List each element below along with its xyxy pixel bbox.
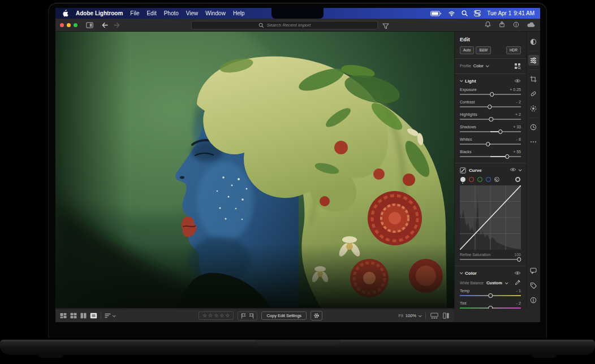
slider-knob[interactable] <box>498 129 503 134</box>
grid-view-toggle-icon[interactable] <box>86 22 93 28</box>
forward-arrow-icon[interactable] <box>113 22 120 28</box>
shadows-slider[interactable]: Shadows+ 33 <box>460 124 521 135</box>
wifi-icon[interactable] <box>448 11 455 16</box>
detail-view-icon[interactable] <box>90 311 97 321</box>
slider-track[interactable] <box>460 117 521 122</box>
before-after-icon[interactable] <box>443 311 450 321</box>
zoom-window-button[interactable] <box>74 23 77 27</box>
menu-window[interactable]: Window <box>205 10 226 16</box>
curve-channel-blue[interactable] <box>486 177 491 182</box>
color-visibility-eye-icon[interactable] <box>514 271 521 275</box>
info-icon[interactable] <box>528 294 539 305</box>
blacks-slider[interactable]: Blacks+ 55 <box>460 149 521 159</box>
grid-view-icon[interactable] <box>70 311 77 321</box>
curve-section-header[interactable]: Curve <box>460 167 521 174</box>
curve-visibility-eye-icon[interactable] <box>510 167 516 173</box>
chevron-down-icon[interactable] <box>519 168 522 171</box>
light-visibility-eye-icon[interactable] <box>514 79 521 83</box>
hdr-button[interactable]: HDR <box>506 46 521 54</box>
pick-flag-icon[interactable] <box>241 313 246 319</box>
auto-button[interactable]: Auto <box>460 46 474 54</box>
curve-targeted-adjust-icon[interactable] <box>515 177 520 182</box>
slider-knob[interactable] <box>489 117 493 122</box>
chevron-down-icon[interactable] <box>505 281 508 284</box>
copy-edit-settings-button[interactable]: Copy Edit Settings <box>261 311 307 320</box>
highlights-slider[interactable]: Highlights+ 2 <box>460 112 521 122</box>
versions-history-icon[interactable] <box>528 122 539 132</box>
menu-view[interactable]: View <box>186 10 199 16</box>
slider-knob[interactable] <box>488 306 493 309</box>
edit-sliders-icon[interactable] <box>528 55 539 66</box>
keywords-tag-icon[interactable] <box>528 280 539 291</box>
eyedropper-icon[interactable] <box>515 279 521 287</box>
slider-knob[interactable] <box>505 154 510 159</box>
cloud-icon[interactable] <box>527 20 536 30</box>
curve-channel-green[interactable] <box>477 177 482 182</box>
share-icon[interactable] <box>499 20 505 30</box>
tonal-adjust-icon[interactable] <box>528 36 539 47</box>
star-icon[interactable]: ☆ <box>214 313 218 319</box>
menubar-app-name[interactable]: Adobe Lightroom <box>76 10 123 16</box>
mosaic-view-icon[interactable] <box>60 311 67 321</box>
filter-icon[interactable] <box>382 21 389 32</box>
bw-button[interactable]: B&W <box>476 46 491 54</box>
sort-icon[interactable] <box>105 313 115 318</box>
star-icon[interactable]: ☆ <box>208 313 213 319</box>
slider-track[interactable] <box>460 105 521 110</box>
battery-icon[interactable] <box>430 11 442 16</box>
browse-profiles-icon[interactable] <box>514 63 521 70</box>
spotlight-search-icon[interactable] <box>462 10 468 16</box>
healing-brush-icon[interactable] <box>528 88 539 99</box>
sync-status-icon[interactable] <box>513 20 519 30</box>
control-center-icon[interactable] <box>474 10 481 16</box>
settings-gear-icon[interactable] <box>311 311 322 320</box>
contrast-slider[interactable]: Contrast- 2 <box>460 99 521 110</box>
white-balance-value[interactable]: Custom <box>486 280 502 285</box>
notifications-bell-icon[interactable] <box>485 20 491 30</box>
slider-track[interactable] <box>460 154 521 159</box>
slider-knob[interactable] <box>488 105 492 109</box>
minimize-window-button[interactable] <box>67 23 71 27</box>
slider-knob[interactable] <box>517 257 521 262</box>
whites-slider[interactable]: Whites- 8 <box>460 137 521 147</box>
masking-icon[interactable] <box>528 103 539 114</box>
color-section-header[interactable]: Color <box>460 270 521 277</box>
menubar-clock[interactable]: Tue Apr 1 9:41 AM <box>487 10 534 16</box>
menu-edit[interactable]: Edit <box>146 10 156 16</box>
light-section-header[interactable]: Light <box>460 77 521 85</box>
more-options-icon[interactable] <box>528 136 539 147</box>
refine-saturation-slider[interactable] <box>460 257 521 262</box>
crop-icon[interactable] <box>528 73 539 84</box>
temp-slider[interactable]: Temp- 1 <box>460 288 521 298</box>
slider-knob[interactable] <box>490 92 494 97</box>
filmstrip-toggle-icon[interactable] <box>430 311 438 321</box>
apple-logo-icon[interactable] <box>62 10 68 17</box>
star-rating[interactable]: ☆☆☆☆☆ <box>199 311 234 320</box>
star-icon[interactable]: ☆ <box>219 313 224 319</box>
chevron-down-icon[interactable] <box>486 64 489 67</box>
back-arrow-icon[interactable] <box>101 22 109 28</box>
slider-track[interactable] <box>460 293 521 298</box>
comments-icon[interactable] <box>528 265 539 276</box>
zoom-control[interactable]: Fit 100% <box>398 313 421 318</box>
slider-knob[interactable] <box>488 293 493 298</box>
exposure-slider[interactable]: Exposure+ 0.25 <box>460 87 521 97</box>
star-icon[interactable]: ☆ <box>225 313 230 319</box>
reject-flag-icon[interactable] <box>249 313 254 319</box>
menu-help[interactable]: Help <box>233 10 245 16</box>
tint-slider[interactable]: Tint- 2 <box>460 301 521 309</box>
profile-value[interactable]: Color <box>473 63 484 68</box>
slider-track[interactable] <box>460 92 521 97</box>
search-input[interactable]: Search Recent import <box>191 21 378 29</box>
menu-photo[interactable]: Photo <box>164 10 179 16</box>
slider-track[interactable] <box>460 129 521 135</box>
star-icon[interactable]: ☆ <box>202 313 207 319</box>
tone-curve-editor[interactable] <box>460 185 521 250</box>
compare-view-icon[interactable] <box>80 311 87 321</box>
curve-channel-rgb[interactable] <box>460 177 465 182</box>
photo-canvas[interactable] <box>55 32 454 308</box>
slider-track[interactable] <box>460 306 521 309</box>
slider-knob[interactable] <box>486 142 490 146</box>
slider-track[interactable] <box>460 142 521 147</box>
curve-channel-red[interactable] <box>469 177 474 182</box>
